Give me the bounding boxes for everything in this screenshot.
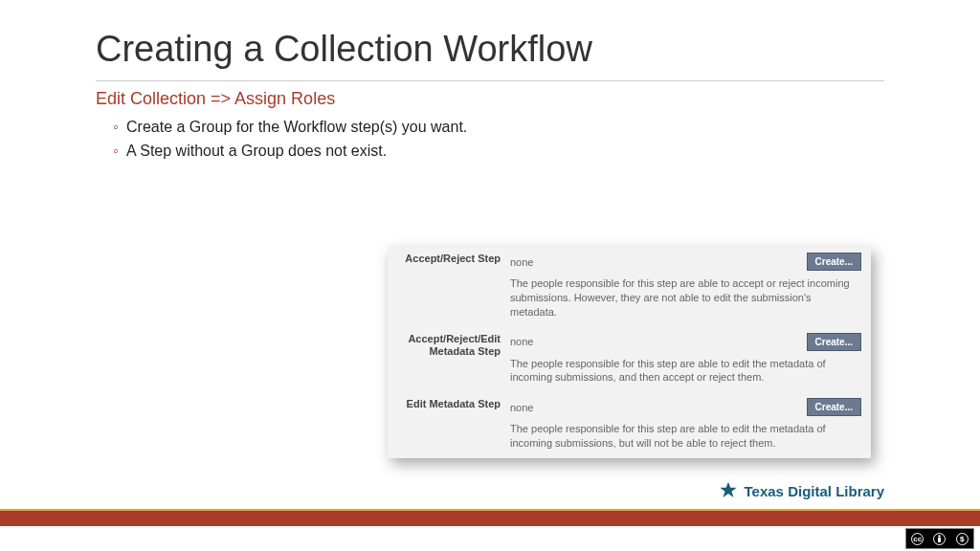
step-row: Edit Metadata Step none Create... The pe… <box>388 392 871 458</box>
step-label: Edit Metadata Step <box>397 398 510 411</box>
bullet-list: Create a Group for the Workflow step(s) … <box>96 115 884 164</box>
step-value: none <box>510 336 533 347</box>
cc-license-badge: cc $ <box>905 528 974 549</box>
step-value: none <box>510 402 533 413</box>
by-icon <box>933 533 946 545</box>
create-button[interactable]: Create... <box>807 253 861 271</box>
list-item: Create a Group for the Workflow step(s) … <box>113 115 884 140</box>
nc-icon: $ <box>956 533 969 545</box>
texas-digital-library-logo: Texas Digital Library <box>718 480 884 501</box>
cc-icon: cc <box>911 533 924 545</box>
workflow-steps-panel: Accept/Reject Step none Create... The pe… <box>388 247 871 458</box>
footer-bottom <box>0 526 980 551</box>
step-description: The people responsible for this step are… <box>510 276 861 325</box>
step-description: The people responsible for this step are… <box>510 422 861 456</box>
step-value: none <box>510 256 533 268</box>
svg-rect-1 <box>938 538 941 542</box>
step-row: Accept/Reject Step none Create... The pe… <box>388 247 871 327</box>
logo-text: Texas Digital Library <box>745 483 884 499</box>
star-icon <box>718 480 739 501</box>
divider <box>96 80 884 81</box>
list-item: A Step without a Group does not exist. <box>113 139 884 164</box>
footer-bar <box>0 509 980 526</box>
step-label: Accept/Reject/Edit Metadata Step <box>397 333 510 360</box>
step-label: Accept/Reject Step <box>397 253 510 266</box>
create-button[interactable]: Create... <box>807 333 861 351</box>
slide-title: Creating a Collection Workflow <box>96 29 884 71</box>
step-row: Accept/Reject/Edit Metadata Step none Cr… <box>388 327 871 393</box>
step-description: The people responsible for this step are… <box>510 357 861 391</box>
create-button[interactable]: Create... <box>807 398 861 416</box>
breadcrumb: Edit Collection => Assign Roles <box>96 89 884 109</box>
svg-point-0 <box>939 535 941 537</box>
